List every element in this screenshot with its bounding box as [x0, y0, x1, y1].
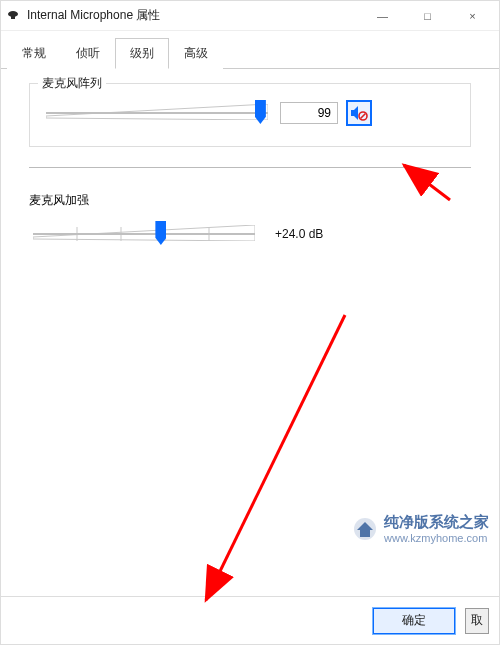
- divider: [29, 167, 471, 168]
- mic-array-label: 麦克风阵列: [38, 75, 106, 92]
- ok-button[interactable]: 确定: [373, 608, 455, 634]
- mic-array-thumb[interactable]: [255, 100, 266, 124]
- watermark-url: www.kzmyhome.com: [384, 532, 489, 544]
- tabs: 常规 侦听 级别 高级: [1, 31, 499, 69]
- window-title: Internal Microphone 属性: [27, 7, 360, 24]
- mic-array-group: 麦克风阵列 99: [29, 83, 471, 147]
- maximize-button[interactable]: □: [405, 2, 450, 30]
- svg-line-5: [361, 114, 366, 119]
- mic-array-slider[interactable]: [42, 98, 272, 128]
- svg-marker-3: [351, 106, 358, 120]
- properties-dialog: Internal Microphone 属性 — □ × 常规 侦听 级别 高级…: [0, 0, 500, 645]
- mute-button[interactable]: [346, 100, 372, 126]
- close-button[interactable]: ×: [450, 2, 495, 30]
- mic-boost-slider[interactable]: [29, 219, 259, 249]
- speaker-muted-icon: [350, 104, 368, 122]
- tab-general[interactable]: 常规: [7, 38, 61, 69]
- mic-array-value[interactable]: 99: [280, 102, 338, 124]
- titlebar[interactable]: Internal Microphone 属性 — □ ×: [1, 1, 499, 31]
- watermark-name: 纯净版系统之家: [384, 513, 489, 530]
- tab-content-levels: 麦克风阵列 99: [1, 69, 499, 596]
- mic-boost-value: +24.0 dB: [275, 227, 323, 241]
- mic-boost-thumb[interactable]: [155, 221, 166, 245]
- dialog-footer: 确定 取: [1, 596, 499, 644]
- mic-boost-label: 麦克风加强: [29, 192, 471, 209]
- tab-listen[interactable]: 侦听: [61, 38, 115, 69]
- minimize-button[interactable]: —: [360, 2, 405, 30]
- mic-boost-group: 麦克风加强 +24.0 dB: [29, 192, 471, 259]
- cancel-button[interactable]: 取: [465, 608, 489, 634]
- window-controls: — □ ×: [360, 2, 495, 30]
- tab-levels[interactable]: 级别: [115, 38, 169, 69]
- watermark: 纯净版系统之家 www.kzmyhome.com: [352, 513, 489, 544]
- tab-advanced[interactable]: 高级: [169, 38, 223, 69]
- microphone-icon: [5, 8, 21, 24]
- watermark-logo-icon: [352, 516, 378, 542]
- svg-rect-1: [11, 16, 15, 19]
